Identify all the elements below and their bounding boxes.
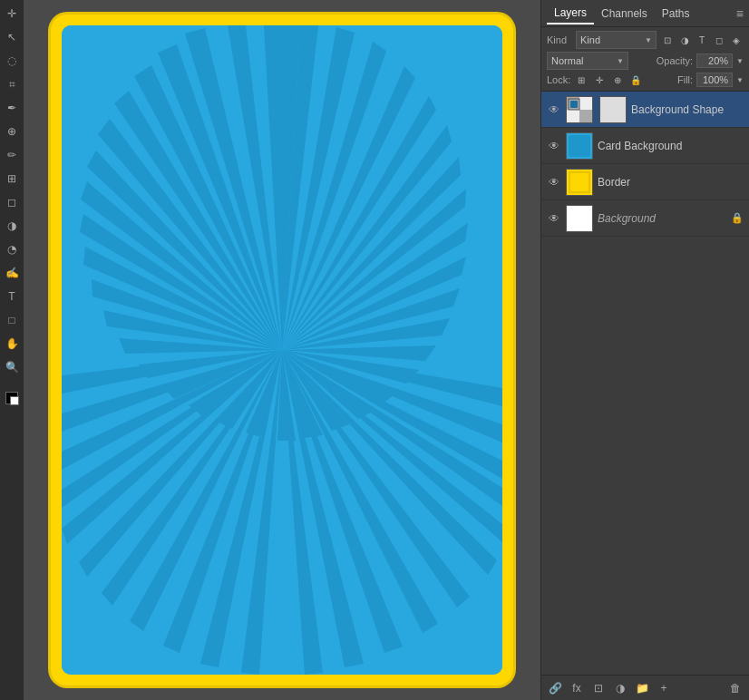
lock-all-icon[interactable]: 🔒 — [628, 73, 643, 87]
layers-list: 👁 Background Shape 👁 — [541, 92, 749, 675]
opacity-row: Opacity: 20% ▼ — [657, 53, 744, 68]
kind-shape-icon[interactable]: ◻ — [712, 33, 726, 47]
toolbar-hand-icon[interactable]: ✋ — [2, 334, 22, 354]
toolbar-crop-icon[interactable]: ⌗ — [2, 74, 22, 94]
svg-rect-65 — [567, 110, 579, 122]
link-icon[interactable]: 🔗 — [547, 680, 563, 696]
delete-layer-icon[interactable]: 🗑 — [727, 680, 744, 696]
toolbar-brush-icon[interactable]: ✏ — [2, 145, 22, 165]
toolbar-lasso-icon[interactable]: ◌ — [2, 51, 22, 71]
panel-menu-icon[interactable]: ≡ — [736, 6, 744, 21]
layer-visibility-border[interactable]: 👁 — [547, 175, 561, 190]
fill-label: Fill: — [677, 74, 693, 85]
create-group-icon[interactable]: 📁 — [634, 680, 650, 696]
opacity-dropdown-arrow: ▼ — [736, 57, 744, 65]
toolbar-eyedropper-icon[interactable]: ✒ — [2, 98, 22, 118]
layer-lock-background: 🔒 — [731, 212, 744, 224]
toolbar-colors-icon[interactable] — [2, 388, 22, 408]
toolbar-move-icon[interactable]: ✛ — [2, 4, 22, 24]
toolbar-shape-icon[interactable]: □ — [2, 310, 22, 330]
layer-name-background: Background — [598, 212, 726, 225]
layer-item-background[interactable]: 👁 Background 🔒 — [541, 200, 749, 237]
layer-item-card-background[interactable]: 👁 Card Background — [541, 128, 749, 164]
layer-visibility-background[interactable]: 👁 — [547, 211, 561, 226]
kind-text-icon[interactable]: T — [695, 33, 709, 47]
layer-name-background-shape: Background Shape — [631, 103, 744, 116]
add-mask-icon[interactable]: ⊡ — [590, 680, 607, 696]
kind-adjust-icon[interactable]: ◑ — [677, 33, 692, 47]
kind-icons: ⊡ ◑ T ◻ ◈ — [660, 33, 744, 47]
tab-layers[interactable]: Layers — [547, 3, 594, 24]
layer-thumb-border — [566, 169, 593, 196]
card-container — [51, 15, 513, 685]
right-panel: Layers Channels Paths ≡ Kind Kind ▼ ⊡ ◑ … — [540, 0, 749, 700]
blend-mode-select[interactable]: Normal ▼ — [547, 52, 628, 70]
lock-checkerboard-icon[interactable]: ⊞ — [574, 73, 588, 87]
layer-item-border[interactable]: 👁 Border — [541, 164, 749, 200]
sunburst-graphic — [62, 25, 502, 675]
add-adjustment-icon[interactable]: ◑ — [612, 680, 628, 696]
toolbar-gradient-icon[interactable]: ◑ — [2, 216, 22, 236]
create-layer-icon[interactable]: + — [656, 680, 672, 696]
kind-pixel-icon[interactable]: ⊡ — [660, 33, 675, 47]
layer-name-border: Border — [598, 176, 744, 189]
toolbar-pen-icon[interactable]: ✍ — [2, 263, 22, 283]
toolbar-arrow-icon[interactable]: ↖ — [2, 27, 22, 47]
layer-name-card-background: Card Background — [598, 140, 744, 152]
blend-dropdown-arrow: ▼ — [617, 57, 624, 65]
opacity-value[interactable]: 20% — [696, 53, 733, 68]
toolbar-blur-icon[interactable]: ◔ — [2, 239, 22, 259]
layer-item-background-shape[interactable]: 👁 Background Shape — [541, 92, 749, 128]
kind-value: Kind — [580, 34, 600, 45]
kind-smart-icon[interactable]: ◈ — [729, 33, 744, 47]
kind-dropdown-arrow: ▼ — [645, 36, 652, 44]
fill-dropdown-arrow: ▼ — [736, 76, 744, 84]
lock-move-icon[interactable]: ✛ — [592, 73, 607, 87]
tab-channels[interactable]: Channels — [594, 4, 655, 24]
svg-rect-70 — [567, 170, 592, 195]
layers-controls: Kind Kind ▼ ⊡ ◑ T ◻ ◈ Normal ▼ Opacity: … — [541, 27, 749, 92]
lock-fill-row: Lock: ⊞ ✛ ⊕ 🔒 Fill: 100% ▼ — [547, 73, 744, 87]
lock-artboard-icon[interactable]: ⊕ — [610, 73, 625, 87]
opacity-label: Opacity: — [657, 55, 693, 66]
panel-bottom: 🔗 fx ⊡ ◑ 📁 + 🗑 — [541, 675, 749, 700]
fill-row: Fill: 100% ▼ — [677, 73, 744, 87]
layer-thumb-background — [566, 205, 593, 232]
left-toolbar: ✛ ↖ ◌ ⌗ ✒ ⊕ ✏ ⊞ ◻ ◑ ◔ ✍ T □ ✋ 🔍 — [0, 0, 24, 700]
toolbar-clone-icon[interactable]: ⊞ — [2, 169, 22, 189]
kind-select[interactable]: Kind ▼ — [576, 31, 657, 49]
fill-value[interactable]: 100% — [696, 73, 733, 87]
toolbar-text-icon[interactable]: T — [2, 287, 22, 306]
kind-row: Kind Kind ▼ ⊡ ◑ T ◻ ◈ — [547, 31, 744, 49]
kind-label: Kind — [547, 34, 572, 45]
canvas-area — [24, 0, 540, 700]
tab-paths[interactable]: Paths — [655, 4, 697, 24]
layer-thumb-background-shape — [566, 96, 593, 123]
layer-mask-background-shape — [599, 96, 627, 123]
svg-rect-66 — [570, 101, 578, 108]
svg-rect-63 — [579, 110, 592, 122]
svg-rect-69 — [569, 135, 590, 157]
add-style-icon[interactable]: fx — [569, 680, 585, 696]
blend-opacity-row: Normal ▼ Opacity: 20% ▼ — [547, 52, 744, 70]
toolbar-heal-icon[interactable]: ⊕ — [2, 122, 22, 141]
toolbar-eraser-icon[interactable]: ◻ — [2, 192, 22, 212]
card-inner — [62, 25, 502, 675]
lock-label: Lock: — [547, 74, 570, 85]
toolbar-zoom-icon[interactable]: 🔍 — [2, 357, 22, 377]
layer-visibility-background-shape[interactable]: 👁 — [547, 102, 561, 117]
blend-mode-value: Normal — [551, 55, 583, 66]
panel-tabs: Layers Channels Paths ≡ — [541, 0, 749, 27]
layer-visibility-card-background[interactable]: 👁 — [547, 139, 561, 153]
layer-thumb-card-background — [566, 132, 593, 160]
svg-rect-64 — [579, 97, 592, 110]
